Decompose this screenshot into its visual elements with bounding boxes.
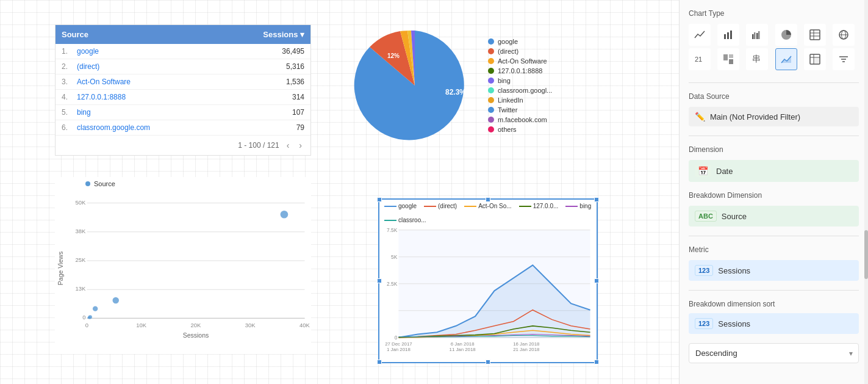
legend-item: LinkedIn bbox=[488, 96, 552, 104]
svg-rect-66 bbox=[814, 58, 819, 63]
handle-tr[interactable] bbox=[594, 197, 599, 202]
line-label: 127.0.0... bbox=[533, 203, 559, 209]
bar-chart-btn[interactable] bbox=[717, 24, 739, 46]
svg-rect-50 bbox=[810, 30, 820, 40]
legend-color-dot bbox=[488, 78, 494, 84]
table-pagination: 1 - 100 / 121 ‹ › bbox=[56, 136, 310, 155]
dimension-pill[interactable]: 📅 Date bbox=[689, 160, 859, 182]
sort-order-wrapper: Descending Ascending ▾ bbox=[689, 343, 859, 363]
legend-color-dot bbox=[488, 97, 494, 103]
right-panel: Chart Type 21串 Data Source ✏️ Main (Not … bbox=[679, 0, 868, 384]
table-row: 4. 127.0.0.1:8888 314 bbox=[56, 90, 310, 105]
line-color bbox=[519, 206, 531, 207]
abc-icon: ABC bbox=[695, 211, 717, 222]
legend-item: Twitter bbox=[488, 106, 552, 114]
legend-label: Act-On Software bbox=[498, 57, 547, 65]
legend-color-dot bbox=[488, 68, 494, 74]
table-row: 1. google 36,495 bbox=[56, 44, 310, 59]
col-sessions-header: Sessions ▾ bbox=[263, 30, 304, 39]
svg-point-25 bbox=[88, 316, 90, 319]
line-color bbox=[565, 206, 578, 207]
main-canvas: Source Sessions ▾ 1. google 36,495 2. (d… bbox=[0, 0, 679, 384]
svg-rect-47 bbox=[754, 32, 756, 39]
handle-br[interactable] bbox=[594, 360, 599, 364]
next-page-button[interactable]: › bbox=[296, 139, 304, 151]
table-btn[interactable] bbox=[804, 24, 826, 46]
prev-page-button[interactable]: ‹ bbox=[284, 139, 292, 151]
area-chart-btn[interactable] bbox=[775, 48, 797, 70]
sort-numeric-icon: 123 bbox=[695, 318, 713, 329]
sort-metric-value: Sessions bbox=[718, 319, 750, 328]
handle-bl[interactable] bbox=[377, 360, 382, 364]
handle-tm[interactable] bbox=[486, 197, 490, 202]
scrollbar-thumb[interactable] bbox=[864, 230, 868, 279]
line-legend-item: 127.0.0... bbox=[519, 203, 559, 209]
sort-metric-pill[interactable]: 123 Sessions bbox=[689, 313, 859, 334]
row-source[interactable]: (direct) bbox=[77, 62, 286, 71]
separator-1 bbox=[689, 82, 859, 83]
handle-mr[interactable] bbox=[594, 278, 599, 283]
metric-pill[interactable]: 123 Sessions bbox=[689, 260, 859, 281]
svg-text:0: 0 bbox=[82, 314, 85, 321]
data-source-row[interactable]: ✏️ Main (Not Provided Filter) bbox=[689, 107, 859, 126]
svg-rect-48 bbox=[756, 33, 758, 39]
line-label: (direct) bbox=[438, 203, 457, 209]
svg-rect-46 bbox=[752, 34, 754, 39]
line-chart-svg: 7.5K 5K 2.5K 0 27 Dec 2017 1 Jan 2018 6 … bbox=[379, 226, 597, 361]
row-source[interactable]: Act-On Software bbox=[77, 78, 286, 86]
row-number: 3. bbox=[62, 78, 77, 86]
row-source[interactable]: 127.0.0.1:8888 bbox=[77, 93, 292, 101]
svg-text:0: 0 bbox=[395, 335, 398, 341]
legend-label: google bbox=[498, 38, 518, 45]
tree-btn[interactable] bbox=[717, 48, 739, 70]
scorecard-btn[interactable]: 21 bbox=[689, 48, 711, 70]
pencil-icon: ✏️ bbox=[695, 112, 705, 121]
line-legend-item: classroo... bbox=[384, 217, 426, 223]
handle-bm[interactable] bbox=[486, 360, 490, 364]
sort-order-dropdown[interactable]: Descending Ascending bbox=[689, 343, 859, 363]
pie-chart-btn[interactable] bbox=[775, 24, 797, 46]
scatter-legend-dot bbox=[85, 181, 90, 186]
svg-text:12%: 12% bbox=[387, 53, 400, 59]
line-chart-widget[interactable]: google (direct) Act-On So... 127.0.0... … bbox=[378, 198, 598, 363]
pie-chart: 82.3% 12% bbox=[354, 24, 476, 147]
separator-3 bbox=[689, 236, 859, 236]
geo-btn[interactable] bbox=[833, 24, 855, 46]
svg-rect-60 bbox=[729, 59, 733, 64]
separator-2 bbox=[689, 136, 859, 136]
row-source[interactable]: google bbox=[77, 47, 282, 56]
separator-4 bbox=[689, 290, 859, 291]
handle-ml[interactable] bbox=[377, 278, 382, 283]
line-chart-legend: google (direct) Act-On So... 127.0.0... … bbox=[379, 200, 597, 226]
svg-text:21: 21 bbox=[695, 56, 702, 63]
row-sessions: 79 bbox=[296, 123, 304, 132]
row-sessions: 107 bbox=[292, 108, 304, 117]
metric-section-label: Metric bbox=[689, 245, 859, 254]
row-source[interactable]: bing bbox=[77, 108, 292, 117]
svg-rect-58 bbox=[723, 54, 728, 60]
breakdown-pill[interactable]: ABC Source bbox=[689, 206, 859, 226]
line-chart-btn[interactable] bbox=[689, 24, 711, 46]
filter-btn[interactable] bbox=[833, 48, 855, 70]
handle-tl[interactable] bbox=[377, 197, 382, 202]
line-legend-item: bing bbox=[565, 203, 591, 209]
pivot-btn[interactable] bbox=[804, 48, 826, 70]
legend-label: (direct) bbox=[498, 48, 518, 55]
svg-text:2.5K: 2.5K bbox=[387, 281, 398, 287]
chart-type-grid: 21串 bbox=[689, 24, 859, 70]
svg-text:5K: 5K bbox=[391, 254, 398, 260]
legend-color-dot bbox=[488, 126, 494, 132]
svg-text:0: 0 bbox=[85, 322, 88, 328]
svg-rect-45 bbox=[730, 31, 732, 39]
scatter-widget: Source Page Views 50K 38K 25K 13K 0 0 10… bbox=[55, 177, 311, 354]
legend-item: bing bbox=[488, 77, 552, 84]
row-source[interactable]: classroom.google.com bbox=[77, 123, 296, 132]
legend-color-dot bbox=[488, 117, 494, 123]
grouped-bar-btn[interactable] bbox=[746, 24, 768, 46]
scrollbar-track[interactable] bbox=[864, 0, 868, 384]
bullet-btn[interactable]: 串 bbox=[746, 48, 768, 70]
line-color bbox=[424, 206, 436, 207]
pie-legend: google (direct) Act-On Software 127.0.0.… bbox=[488, 38, 552, 133]
legend-item: classroom.googl... bbox=[488, 87, 552, 94]
svg-rect-49 bbox=[758, 31, 760, 39]
